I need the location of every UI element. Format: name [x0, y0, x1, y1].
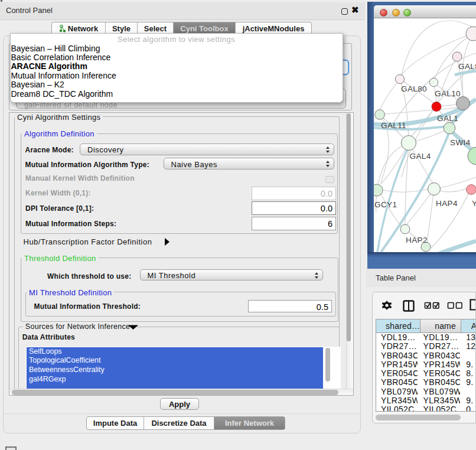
svg-text:SWI4: SWI4 — [450, 138, 471, 147]
svg-text:GAL8: GAL8 — [458, 62, 476, 71]
svg-text:GAL10: GAL10 — [435, 89, 461, 98]
svg-text:HAP2: HAP2 — [406, 236, 428, 244]
svg-text:GCY1: GCY1 — [374, 200, 397, 209]
svg-text:GAL11: GAL11 — [381, 121, 406, 130]
svg-text:GAL4: GAL4 — [410, 152, 431, 161]
svg-text:Y: Y — [472, 199, 476, 208]
svg-text:GAL1: GAL1 — [437, 114, 458, 123]
svg-text:GAL80: GAL80 — [401, 84, 427, 93]
svg-text:HAP4: HAP4 — [436, 199, 458, 208]
